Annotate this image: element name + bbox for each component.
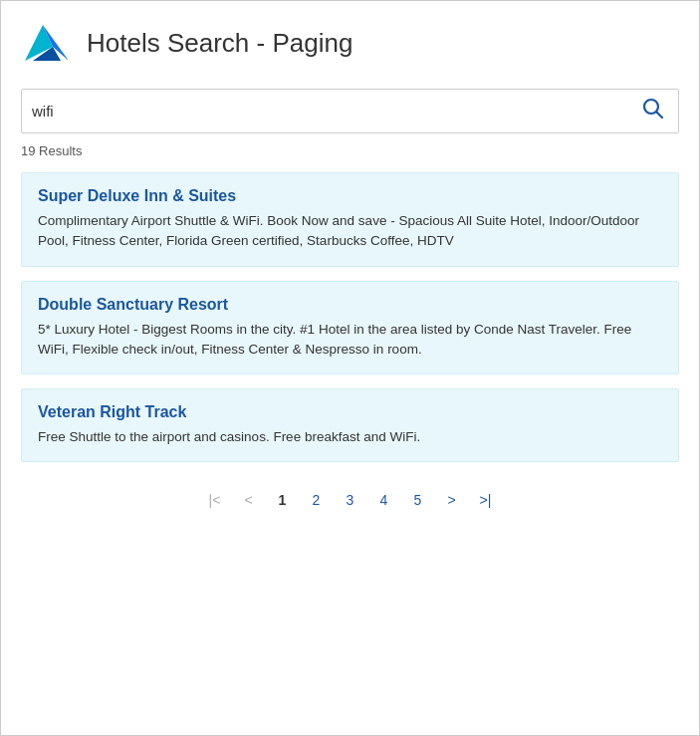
result-card: Veteran Right TrackFree Shuttle to the a… (21, 388, 679, 462)
pagination-last[interactable]: >| (472, 486, 500, 514)
search-input[interactable] (32, 103, 638, 120)
pagination-next[interactable]: > (438, 486, 466, 514)
header: Hotels Search - Paging (21, 17, 679, 69)
results-list: Super Deluxe Inn & SuitesComplimentary A… (21, 172, 679, 462)
search-button[interactable] (638, 96, 668, 126)
pagination-page-2[interactable]: 2 (303, 486, 331, 514)
result-description: 5* Luxury Hotel - Biggest Rooms in the c… (38, 320, 662, 361)
search-bar (21, 89, 679, 133)
page-title: Hotels Search - Paging (87, 28, 352, 59)
result-title[interactable]: Super Deluxe Inn & Suites (38, 187, 662, 205)
pagination-prev[interactable]: < (235, 486, 263, 514)
azure-logo-icon (21, 17, 73, 69)
app-container: Hotels Search - Paging 19 Results Super … (1, 1, 699, 550)
pagination-page-4[interactable]: 4 (370, 486, 398, 514)
result-title[interactable]: Double Sanctuary Resort (38, 296, 662, 314)
pagination-first[interactable]: |< (201, 486, 229, 514)
pagination: |< < 1 2 3 4 5 > >| (21, 486, 679, 534)
result-description: Free Shuttle to the airport and casinos.… (38, 427, 662, 447)
result-card: Double Sanctuary Resort5* Luxury Hotel -… (21, 281, 679, 375)
pagination-page-1[interactable]: 1 (269, 486, 297, 514)
result-description: Complimentary Airport Shuttle & WiFi. Bo… (38, 211, 662, 252)
pagination-page-5[interactable]: 5 (404, 486, 432, 514)
pagination-page-3[interactable]: 3 (337, 486, 364, 514)
svg-line-4 (657, 113, 663, 119)
result-card: Super Deluxe Inn & SuitesComplimentary A… (21, 172, 679, 267)
search-icon (642, 98, 664, 120)
result-title[interactable]: Veteran Right Track (38, 403, 662, 421)
results-count: 19 Results (21, 143, 679, 158)
